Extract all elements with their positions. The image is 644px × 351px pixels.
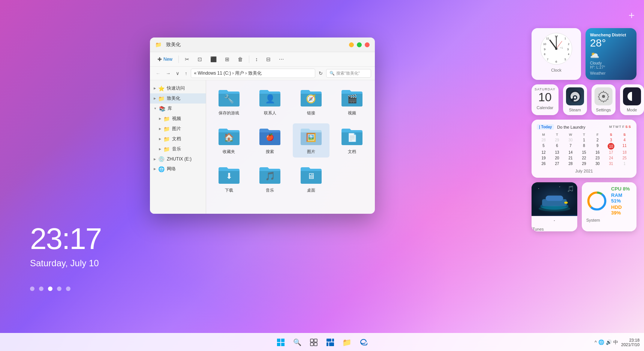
taskview-button[interactable] bbox=[306, 335, 321, 350]
weather-widget[interactable]: Wancheng District 28° 🌥️ Cloudy H°: L:27… bbox=[586, 28, 637, 80]
search-button[interactable]: 🔍 bbox=[290, 335, 305, 350]
folder-inner-icon: 🔧 bbox=[224, 94, 234, 104]
file-item-search[interactable]: 🍎 搜索 bbox=[252, 123, 289, 158]
mode-widget[interactable]: Mode bbox=[620, 84, 644, 115]
add-widget-button[interactable]: + bbox=[629, 9, 635, 21]
system-widget[interactable]: CPU 8% RAM 51% HDD 39% System bbox=[582, 182, 637, 231]
up-button[interactable]: ↑ bbox=[183, 69, 189, 77]
zhimeihua-icon: 📁 bbox=[158, 96, 165, 102]
svg-rect-40 bbox=[314, 339, 317, 342]
view-button[interactable]: ⊟ bbox=[263, 55, 274, 64]
expand-icon: ▶ bbox=[159, 117, 161, 120]
expand-icon: ▶ bbox=[159, 137, 161, 141]
sidebar-item-zhimeihua[interactable]: ▶ 📁 致美化 bbox=[150, 93, 206, 104]
start-icon bbox=[277, 338, 285, 346]
cell-26: 26 bbox=[537, 161, 550, 166]
dh-t2: T bbox=[577, 133, 591, 136]
refresh-button[interactable]: ↻ bbox=[317, 69, 325, 77]
file-item-downloads[interactable]: ⬇ 下载 bbox=[211, 162, 247, 196]
documents-icon: 📁 bbox=[163, 136, 170, 142]
more-button[interactable]: ··· bbox=[276, 54, 287, 64]
folder-inner-icon: 🏠 bbox=[224, 133, 234, 142]
start-button[interactable] bbox=[273, 335, 288, 350]
calendar-grid: M T W T F S S 28 29 30 1 2 3 4 bbox=[537, 133, 631, 166]
copy-button[interactable]: ⊡ bbox=[195, 55, 205, 64]
minimize-button[interactable] bbox=[349, 42, 354, 47]
dh-f: F bbox=[591, 133, 604, 136]
forward-button[interactable]: → bbox=[164, 69, 172, 77]
file-item-savedgames[interactable]: 🔧 保存的游戏 bbox=[211, 85, 247, 119]
file-item-desktop[interactable]: 🖥 桌面 bbox=[293, 162, 329, 196]
file-item-contacts[interactable]: 👤 联系人 bbox=[252, 85, 289, 119]
cell-30-jun: 30 bbox=[564, 137, 577, 143]
tray-chevron[interactable]: ^ bbox=[595, 339, 597, 345]
file-item-favorites[interactable]: 🏠 收藏夹 bbox=[211, 123, 247, 158]
quickaccess-label: 快速访问 bbox=[167, 85, 185, 92]
folder-inner-icon: ⬇ bbox=[226, 171, 232, 181]
sidebar-item-library[interactable]: ▼ 📚 库 bbox=[150, 104, 206, 114]
address-path[interactable]: « Windows 11 (C:) › 用户 › 致美化 bbox=[191, 69, 316, 78]
tray-speaker[interactable]: 🔊 bbox=[606, 339, 612, 345]
dropdown-button[interactable]: ∨ bbox=[174, 69, 181, 77]
compress-button[interactable]: ⊞ bbox=[222, 55, 232, 64]
paste-button[interactable]: ⬛ bbox=[207, 55, 220, 64]
expand-icon: ▶ bbox=[154, 167, 156, 171]
steam-widget[interactable]: Steam bbox=[563, 84, 587, 115]
explorer-taskbar-button[interactable]: 📁 bbox=[339, 335, 354, 350]
page-dot-2[interactable] bbox=[39, 286, 43, 291]
new-button[interactable]: ✚ New bbox=[154, 55, 175, 64]
sidebar-item-music[interactable]: ▶ 📁 音乐 bbox=[150, 144, 206, 154]
itunes-widget[interactable]: 🎵 - iTunes bbox=[532, 182, 577, 231]
search-box[interactable]: 🔍 搜索"致美化" bbox=[326, 69, 371, 78]
sort-button[interactable]: ↕ bbox=[252, 55, 261, 64]
sidebar-item-video[interactable]: ▶ 📁 视频 bbox=[150, 114, 206, 124]
tray-keyboard[interactable]: 中 bbox=[613, 339, 618, 346]
sidebar-item-pictures[interactable]: ▶ 📁 图片 bbox=[150, 124, 206, 134]
delete-button[interactable]: 🗑 bbox=[235, 55, 246, 64]
documents-label: 文档 bbox=[172, 136, 181, 142]
sidebar-item-drive[interactable]: ▶ 💿 ZHUTIX (E:) bbox=[150, 154, 206, 164]
clock-widget[interactable]: 12 3 6 9 1 2 4 5 7 8 10 11 +1 bbox=[532, 28, 581, 80]
maximize-button[interactable] bbox=[357, 42, 362, 47]
file-item-links[interactable]: 🧭 链接 bbox=[293, 85, 329, 119]
page-dot-5[interactable] bbox=[66, 286, 70, 291]
calendar-small-widget[interactable]: SATURDAY 10 Calendar bbox=[532, 84, 559, 115]
sidebar-item-documents[interactable]: ▶ 📁 文档 bbox=[150, 134, 206, 144]
settings-svg bbox=[598, 90, 610, 102]
system-chart: CPU 8% RAM 51% HDD 39% bbox=[586, 186, 632, 216]
cut-icon: ✂ bbox=[185, 56, 189, 62]
close-button[interactable] bbox=[365, 42, 370, 47]
back-button[interactable]: ← bbox=[154, 69, 162, 77]
file-name: 文档 bbox=[348, 149, 356, 154]
file-item-video[interactable]: 🎬 视频 bbox=[334, 85, 371, 119]
widgets-button[interactable] bbox=[323, 335, 338, 350]
paste-icon: ⬛ bbox=[210, 56, 217, 62]
taskbar: 🔍 📁 bbox=[0, 333, 644, 351]
cell-1-aug: 1 bbox=[618, 161, 631, 166]
cell-29-jun: 29 bbox=[550, 137, 564, 143]
week-4: 19 20 21 22 23 24 25 bbox=[537, 155, 631, 161]
svg-rect-38 bbox=[281, 343, 285, 346]
tray-network[interactable]: 🌐 bbox=[598, 339, 604, 345]
file-item-pictures[interactable]: 🖼️ 图片 bbox=[293, 123, 329, 158]
page-dot-3[interactable] bbox=[48, 286, 52, 291]
window-title: 致美化 bbox=[166, 41, 346, 48]
file-item-music[interactable]: 🎵 音乐 bbox=[252, 162, 289, 196]
settings-widget[interactable]: Settings bbox=[592, 84, 616, 115]
day-s2: S bbox=[628, 125, 632, 129]
sidebar-item-network[interactable]: ▶ 🌐 网络 bbox=[150, 164, 206, 174]
cell-12: 12 bbox=[537, 150, 550, 155]
edge-button[interactable] bbox=[356, 335, 371, 350]
page-dot-4[interactable] bbox=[57, 286, 61, 291]
widget-row-2: SATURDAY 10 Calendar Steam bbox=[532, 84, 637, 115]
sidebar-item-quickaccess[interactable]: ▶ ⭐ 快速访问 bbox=[150, 83, 206, 93]
file-item-documents[interactable]: 📄 文档 bbox=[334, 123, 371, 158]
calendar-full-widget[interactable]: | Today Do the Laundry M T W T F S S M T… bbox=[532, 120, 637, 178]
today-badge: | Today bbox=[537, 124, 554, 130]
cell-31: 31 bbox=[604, 161, 618, 166]
folder-icon-wrapper: 🎵 bbox=[258, 165, 282, 185]
cut-button[interactable]: ✂ bbox=[182, 55, 192, 64]
svg-text:11: 11 bbox=[546, 37, 549, 40]
steam-icon bbox=[566, 87, 584, 105]
page-dot-1[interactable] bbox=[30, 286, 34, 291]
